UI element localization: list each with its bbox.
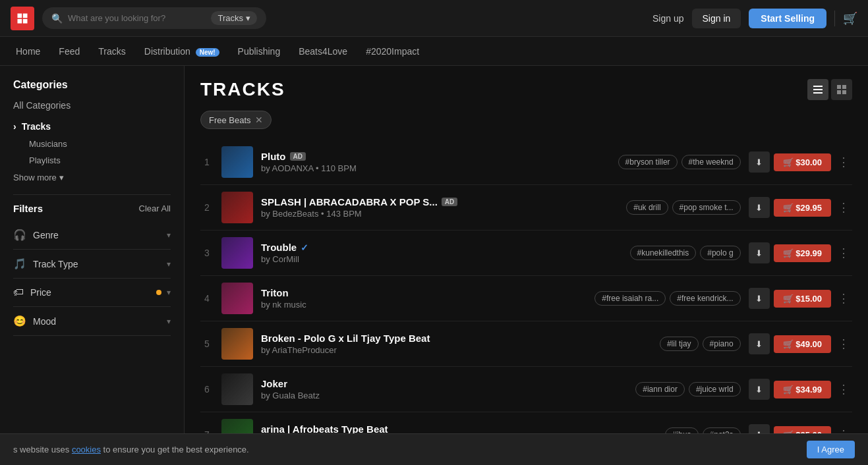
filter-price[interactable]: 🏷 Price ▾ bbox=[13, 279, 171, 307]
price-active-dot bbox=[156, 290, 161, 295]
track-tag[interactable]: #pop smoke t... bbox=[672, 200, 741, 215]
filter-track-type-label: Track Type bbox=[33, 259, 78, 269]
download-button[interactable]: ⬇ bbox=[749, 379, 770, 400]
add-to-cart-button[interactable]: 🛒 $29.95 bbox=[774, 199, 831, 217]
track-row: 3 Trouble ✓ by CorMill #kunekilledthis#p… bbox=[200, 231, 852, 276]
track-name: Pluto AD bbox=[261, 151, 610, 162]
sidebar-item-tracks[interactable]: › Tracks bbox=[13, 117, 171, 136]
filter-mood-label: Mood bbox=[33, 316, 56, 327]
filter-genre[interactable]: 🎧 Genre ▾ bbox=[13, 221, 171, 250]
more-options-button[interactable]: ⋮ bbox=[835, 155, 852, 169]
track-tag[interactable]: #kunekilledthis bbox=[630, 246, 697, 260]
signin-button[interactable]: Sign in bbox=[692, 9, 741, 28]
filter-price-left: 🏷 Price bbox=[13, 287, 51, 298]
track-actions: ⬇ 🛒 $29.99 ⋮ bbox=[749, 242, 852, 263]
nav-feed[interactable]: Feed bbox=[59, 46, 80, 57]
filter-mood[interactable]: 😊 Mood ▾ bbox=[13, 307, 171, 336]
nav-publishing[interactable]: Publishing bbox=[238, 46, 281, 57]
track-tag[interactable]: #free isaiah ra... bbox=[594, 291, 666, 306]
ad-badge: AD bbox=[442, 198, 457, 206]
search-filter-dropdown[interactable]: Tracks ▾ bbox=[211, 11, 257, 25]
track-info: Pluto AD by AODANXA • 110 BPM bbox=[261, 151, 610, 173]
nav-2020impact[interactable]: #2020Impact bbox=[366, 46, 419, 57]
add-to-cart-button[interactable]: 🛒 $34.99 bbox=[774, 381, 831, 398]
svg-rect-3 bbox=[23, 18, 28, 23]
more-options-button[interactable]: ⋮ bbox=[835, 382, 852, 397]
add-to-cart-button[interactable]: 🛒 $29.99 bbox=[774, 244, 831, 262]
search-icon: 🔍 bbox=[51, 13, 63, 24]
more-options-button[interactable]: ⋮ bbox=[835, 200, 852, 215]
track-number: 5 bbox=[200, 339, 214, 349]
track-tag[interactable]: #iann dior bbox=[635, 382, 685, 397]
filter-genre-left: 🎧 Genre bbox=[13, 229, 59, 241]
clear-all-button[interactable]: Clear All bbox=[139, 204, 171, 213]
cookie-bar: s website uses cookies to ensure you get… bbox=[0, 433, 868, 465]
download-button[interactable]: ⬇ bbox=[749, 197, 770, 218]
track-tag[interactable]: #uk drill bbox=[626, 200, 668, 215]
more-options-button[interactable]: ⋮ bbox=[835, 337, 852, 351]
signup-button[interactable]: Sign up bbox=[652, 13, 683, 24]
sidebar: Categories All Categories › Tracks Music… bbox=[0, 66, 185, 465]
show-more-button[interactable]: Show more ▾ bbox=[13, 169, 171, 186]
sidebar-item-playlists[interactable]: Playlists bbox=[13, 152, 171, 169]
track-thumbnail[interactable] bbox=[221, 237, 253, 269]
start-selling-button[interactable]: Start Selling bbox=[749, 9, 826, 28]
tracks-header: TRACKS bbox=[200, 79, 852, 100]
show-more-label: Show more bbox=[13, 173, 57, 182]
svg-rect-4 bbox=[813, 86, 823, 87]
download-button[interactable]: ⬇ bbox=[749, 151, 770, 173]
nav-distribution[interactable]: Distribution New! bbox=[144, 46, 219, 57]
filter-track-type[interactable]: 🎵 Track Type ▾ bbox=[13, 250, 171, 279]
nav-home[interactable]: Home bbox=[16, 46, 40, 57]
price-tag-icon: 🏷 bbox=[13, 287, 24, 298]
download-button[interactable]: ⬇ bbox=[749, 333, 770, 354]
cookie-link[interactable]: cookies bbox=[72, 445, 101, 454]
nav-tracks[interactable]: Tracks bbox=[98, 46, 125, 57]
track-tag[interactable]: #piano bbox=[703, 337, 741, 351]
track-tag[interactable]: #juice wrld bbox=[689, 382, 741, 397]
add-to-cart-button[interactable]: 🛒 $30.00 bbox=[774, 153, 831, 171]
search-input[interactable] bbox=[68, 13, 206, 23]
free-beats-remove[interactable]: ✕ bbox=[255, 115, 263, 125]
track-thumbnail[interactable] bbox=[221, 283, 253, 314]
add-to-cart-button[interactable]: 🛒 $49.00 bbox=[774, 335, 831, 353]
more-options-button[interactable]: ⋮ bbox=[835, 291, 852, 306]
track-tag[interactable]: #lil tjay bbox=[660, 337, 699, 351]
chevron-right-icon: › bbox=[13, 121, 16, 132]
track-tag[interactable]: #bryson tiller bbox=[618, 155, 678, 169]
track-tag[interactable]: #polo g bbox=[700, 246, 740, 260]
all-categories-link[interactable]: All Categories bbox=[13, 100, 171, 111]
track-actions: ⬇ 🛒 $49.00 ⋮ bbox=[749, 333, 852, 354]
grid-view-button[interactable] bbox=[831, 79, 852, 100]
track-thumbnail[interactable] bbox=[221, 146, 253, 178]
download-button[interactable]: ⬇ bbox=[749, 288, 770, 309]
main-content: TRACKS Free Beats ✕ bbox=[185, 66, 868, 465]
nav-beats4love[interactable]: Beats4Love bbox=[299, 46, 347, 57]
chevron-down-icon: ▾ bbox=[167, 288, 171, 297]
track-thumbnail[interactable] bbox=[221, 373, 253, 405]
list-view-button[interactable] bbox=[807, 79, 828, 100]
track-thumbnail[interactable] bbox=[221, 328, 253, 360]
track-tag[interactable]: #free kendrick... bbox=[670, 291, 740, 306]
track-tag[interactable]: #the weeknd bbox=[681, 155, 741, 169]
cookie-text: s website uses cookies to ensure you get… bbox=[13, 445, 249, 454]
main-layout: Categories All Categories › Tracks Music… bbox=[0, 66, 868, 465]
track-tags: #free isaiah ra...#free kendrick... bbox=[594, 291, 740, 306]
free-beats-label: Free Beats bbox=[209, 115, 251, 125]
search-bar: 🔍 Tracks ▾ bbox=[42, 7, 266, 29]
logo[interactable] bbox=[11, 7, 34, 30]
sidebar-item-musicians[interactable]: Musicians bbox=[13, 136, 171, 152]
track-thumbnail[interactable] bbox=[221, 192, 253, 223]
download-button[interactable]: ⬇ bbox=[749, 242, 770, 263]
sidebar-tracks-label: Tracks bbox=[22, 121, 51, 132]
track-meta: by BedezBeats • 143 BPM bbox=[261, 209, 618, 219]
topbar-divider bbox=[834, 11, 835, 26]
distribution-badge: New! bbox=[196, 48, 219, 57]
music-note-icon: 🎵 bbox=[13, 258, 26, 270]
more-options-button[interactable]: ⋮ bbox=[835, 246, 852, 260]
track-tags: #bryson tiller#the weeknd bbox=[618, 155, 741, 169]
filters-header: Filters Clear All bbox=[13, 203, 171, 214]
agree-button[interactable]: I Agree bbox=[807, 441, 855, 458]
add-to-cart-button[interactable]: 🛒 $15.00 bbox=[774, 290, 831, 308]
cart-icon[interactable]: 🛒 bbox=[843, 11, 857, 26]
